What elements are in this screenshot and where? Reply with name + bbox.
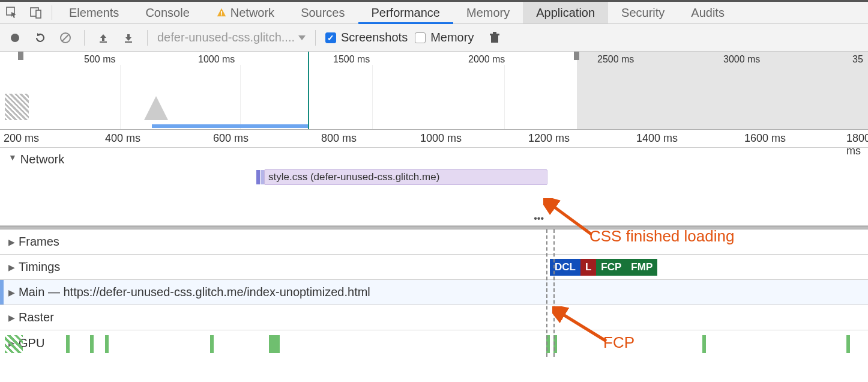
page-dropdown[interactable]: defer-unused-css.glitch.... bbox=[157, 31, 306, 44]
timing-badges: DCL L FCP FMP bbox=[550, 259, 657, 276]
memory-label: Memory bbox=[430, 31, 474, 44]
overview-cpu-spike bbox=[144, 92, 180, 120]
tab-audits[interactable]: Audits bbox=[678, 2, 738, 23]
overview-tick: 2500 ms bbox=[597, 54, 634, 65]
memory-checkbox[interactable]: Memory bbox=[415, 31, 474, 44]
section-timings-label: Timings bbox=[19, 260, 60, 274]
svg-rect-4 bbox=[221, 14, 222, 16]
reload-icon[interactable] bbox=[31, 29, 49, 47]
inspect-icon[interactable] bbox=[0, 2, 24, 23]
time-ruler[interactable]: 200 ms 400 ms 600 ms 800 ms 1000 ms 1200… bbox=[0, 130, 868, 148]
toolbar-separator-2 bbox=[147, 30, 148, 46]
svg-point-5 bbox=[11, 34, 19, 42]
svg-rect-2 bbox=[36, 10, 41, 18]
gpu-task bbox=[66, 335, 70, 353]
warning-icon bbox=[216, 7, 227, 18]
tab-performance[interactable]: Performance bbox=[358, 2, 454, 23]
section-main-label: Main — https://defer-unused-css.glitch.m… bbox=[19, 285, 370, 299]
checkbox-icon bbox=[415, 32, 426, 43]
svg-rect-3 bbox=[221, 11, 222, 14]
download-icon[interactable] bbox=[119, 29, 137, 47]
tab-security[interactable]: Security bbox=[608, 2, 678, 23]
expand-icon: ▶ bbox=[8, 288, 15, 297]
section-main[interactable]: ▶ Main — https://defer-unused-css.glitch… bbox=[0, 280, 868, 305]
overview-tick: 35 bbox=[852, 54, 863, 65]
upload-icon[interactable] bbox=[94, 29, 112, 47]
svg-line-7 bbox=[62, 34, 69, 41]
svg-rect-12 bbox=[493, 32, 496, 34]
ruler-tick: 400 ms bbox=[105, 132, 140, 145]
badge-l[interactable]: L bbox=[580, 259, 596, 276]
tabs-divider bbox=[52, 5, 52, 20]
ruler-tick: 200 ms bbox=[4, 132, 39, 145]
ruler-tick: 1600 ms bbox=[744, 132, 786, 145]
ruler-tick: 1000 ms bbox=[420, 132, 462, 145]
expand-icon: ▶ bbox=[8, 262, 15, 272]
tab-memory[interactable]: Memory bbox=[453, 2, 523, 23]
svg-rect-9 bbox=[125, 41, 132, 43]
badge-fcp[interactable]: FCP bbox=[596, 259, 626, 276]
overview-handle-right[interactable] bbox=[574, 52, 579, 60]
section-frames-label: Frames bbox=[19, 235, 59, 249]
svg-rect-10 bbox=[491, 35, 498, 43]
marker-line bbox=[546, 229, 547, 357]
overview-load-marker bbox=[308, 52, 309, 129]
section-raster[interactable]: ▶ Raster bbox=[0, 305, 868, 330]
tab-sources[interactable]: Sources bbox=[288, 2, 358, 23]
gpu-task bbox=[210, 335, 214, 353]
network-request-bar[interactable]: style.css (defer-unused-css.glitch.me) bbox=[264, 169, 547, 185]
collapse-icon: ▼ bbox=[8, 153, 17, 162]
tab-network-label: Network bbox=[231, 6, 274, 20]
ruler-tick: 1200 ms bbox=[528, 132, 570, 145]
ruler-tick: 600 ms bbox=[213, 132, 249, 145]
overview-tick: 1500 ms bbox=[333, 54, 370, 65]
overview-load-bar bbox=[152, 124, 309, 128]
overview-tick: 500 ms bbox=[84, 54, 115, 65]
svg-rect-11 bbox=[490, 34, 499, 35]
svg-line-14 bbox=[559, 312, 606, 341]
section-network-label: Network bbox=[20, 153, 64, 166]
device-toggle-icon[interactable] bbox=[24, 2, 48, 23]
checkbox-icon bbox=[325, 32, 336, 43]
flamechart: ▼ Network style.css (defer-unused-css.gl… bbox=[0, 148, 868, 356]
badge-fmp[interactable]: FMP bbox=[626, 259, 657, 276]
trash-icon[interactable] bbox=[486, 29, 504, 47]
tab-application[interactable]: Application bbox=[523, 2, 608, 23]
devtools-tabs: Elements Console Network Sources Perform… bbox=[0, 0, 868, 24]
section-timings[interactable]: ▶ Timings DCL L FCP FMP bbox=[0, 255, 868, 280]
tab-elements[interactable]: Elements bbox=[56, 2, 132, 23]
tab-console[interactable]: Console bbox=[132, 2, 202, 23]
overview-handle-left[interactable] bbox=[18, 52, 23, 60]
overview-timeline[interactable]: 500 ms 1000 ms 1500 ms 2000 ms 2500 ms 3… bbox=[0, 52, 868, 130]
section-raster-label: Raster bbox=[19, 311, 54, 324]
network-connect-bar bbox=[256, 170, 260, 184]
overflow-dots-icon: ••• bbox=[534, 213, 544, 224]
gpu-hatch bbox=[5, 335, 23, 353]
clear-icon[interactable] bbox=[56, 29, 74, 47]
gpu-task bbox=[105, 335, 109, 353]
annotation-css-loaded: CSS finished loading bbox=[589, 227, 734, 246]
chevron-down-icon bbox=[298, 35, 306, 40]
main-thread-indicator bbox=[0, 280, 4, 305]
tab-network[interactable]: Network bbox=[203, 2, 288, 23]
overview-gridline bbox=[372, 65, 373, 129]
toolbar-separator-3 bbox=[315, 30, 316, 46]
gpu-task bbox=[702, 335, 706, 353]
screenshots-checkbox[interactable]: Screenshots bbox=[325, 31, 408, 44]
network-wait-bar bbox=[261, 170, 264, 184]
svg-line-13 bbox=[550, 204, 591, 234]
overview-tick: 1000 ms bbox=[198, 54, 235, 65]
ruler-tick: 800 ms bbox=[321, 132, 357, 145]
overview-gridline bbox=[240, 65, 241, 129]
gpu-task bbox=[846, 335, 850, 353]
record-icon[interactable] bbox=[6, 29, 24, 47]
page-dropdown-label: defer-unused-css.glitch.... bbox=[157, 31, 295, 44]
expand-icon: ▶ bbox=[8, 237, 15, 247]
section-gpu[interactable]: ▶ GPU bbox=[0, 330, 868, 356]
annotation-fcp: FCP bbox=[603, 333, 634, 352]
section-network[interactable]: ▼ Network style.css (defer-unused-css.gl… bbox=[0, 148, 868, 226]
section-frames[interactable]: ▶ Frames bbox=[0, 229, 868, 255]
overview-gridline bbox=[504, 65, 505, 129]
expand-icon: ▶ bbox=[8, 313, 15, 323]
performance-toolbar: defer-unused-css.glitch.... Screenshots … bbox=[0, 24, 868, 52]
